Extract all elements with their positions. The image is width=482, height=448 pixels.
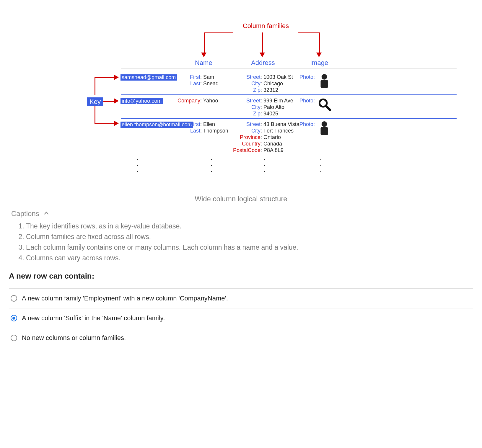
cf-address-header: Address bbox=[251, 59, 275, 67]
row1-address: Street: 1003 Oak St City: Chicago Zip: 3… bbox=[233, 74, 293, 93]
ellipsis-col2: ··· bbox=[210, 156, 213, 174]
answer-option-1[interactable]: A new column 'Suffix' in the 'Name' colu… bbox=[9, 308, 473, 328]
header-underline bbox=[121, 68, 457, 68]
chevron-up-icon bbox=[43, 210, 49, 218]
svg-point-0 bbox=[322, 74, 327, 80]
row3-image: Photo: bbox=[299, 121, 330, 137]
wide-column-diagram: Column families Name Address Image Key s… bbox=[9, 12, 473, 177]
svg-rect-5 bbox=[321, 127, 328, 135]
answer-radio-2[interactable] bbox=[11, 335, 17, 341]
figure-caption: Wide column logical structure bbox=[9, 195, 473, 203]
svg-rect-1 bbox=[321, 80, 328, 88]
answer-label: A new column 'Suffix' in the 'Name' colu… bbox=[22, 314, 165, 322]
answer-radio-1[interactable] bbox=[11, 315, 17, 321]
caption-item: The key identifies rows, as in a key-val… bbox=[26, 221, 473, 231]
caption-item: Column families are fixed across all row… bbox=[26, 231, 473, 242]
row1-image: Photo: bbox=[299, 74, 330, 90]
row-divider-2 bbox=[121, 118, 457, 119]
ellipsis-col1: ··· bbox=[136, 156, 139, 174]
answer-label: No new columns or column families. bbox=[22, 334, 126, 342]
cf-image-header: Image bbox=[310, 59, 328, 67]
captions-list: The key identifies rows, as in a key-val… bbox=[18, 221, 473, 263]
row1-name: First: Sam Last: Snead bbox=[179, 74, 219, 87]
cf-name-header: Name bbox=[195, 59, 212, 67]
row2-image: Photo: bbox=[299, 97, 331, 112]
caption-item: Columns can vary across rows. bbox=[26, 253, 473, 263]
row2-address: Street: 999 Elm Ave City: Palo Alto Zip:… bbox=[233, 97, 293, 117]
row-key-1: samsnead@gmail.com bbox=[120, 74, 177, 81]
row3-address: Street: 43 Buena Vista City: Fort France… bbox=[222, 121, 299, 153]
svg-line-3 bbox=[326, 106, 330, 110]
ellipsis-col3: ··· bbox=[263, 156, 266, 174]
row-key-2: info@yahoo.com bbox=[120, 98, 163, 104]
answer-label: A new column family 'Employment' with a … bbox=[22, 295, 228, 302]
captions-toggle[interactable]: Captions bbox=[11, 210, 473, 218]
row-divider-1 bbox=[121, 94, 457, 95]
magnifier-icon bbox=[317, 106, 331, 112]
captions-label: Captions bbox=[11, 210, 39, 218]
answer-radio-0[interactable] bbox=[11, 295, 17, 302]
row3-name: First: Ellen Last: Thompson bbox=[179, 121, 228, 134]
answer-option-2[interactable]: No new columns or column families. bbox=[9, 328, 473, 348]
caption-item: Each column family contains one or many … bbox=[26, 242, 473, 253]
ellipsis-col4: ··· bbox=[319, 156, 323, 174]
row2-company: Company: Yahoo bbox=[170, 97, 218, 104]
key-badge: Key bbox=[87, 97, 103, 106]
person-icon bbox=[318, 74, 330, 90]
column-families-label: Column families bbox=[236, 22, 295, 30]
person-icon bbox=[318, 121, 330, 137]
answers-group: A new column family 'Employment' with a … bbox=[9, 288, 473, 348]
svg-point-4 bbox=[322, 121, 327, 127]
question-text: A new row can contain: bbox=[9, 272, 473, 281]
answer-option-0[interactable]: A new column family 'Employment' with a … bbox=[9, 289, 473, 308]
